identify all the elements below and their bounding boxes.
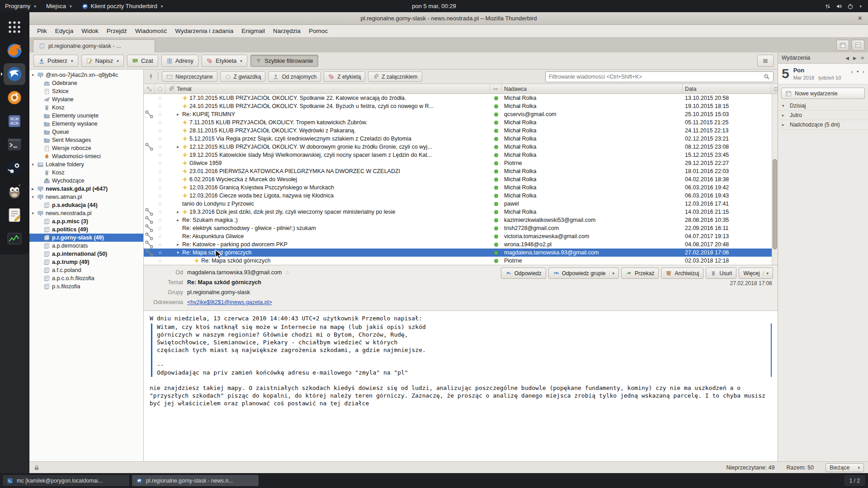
toolbar-button-etykieta[interactable]: Etykieta▾: [202, 55, 247, 67]
thread-column-header[interactable]: [144, 84, 155, 94]
expander-icon[interactable]: ▾: [30, 211, 35, 216]
message-row[interactable]: ☆17.10.2015 KLUB PRZYJACIÓŁ OKOLICY. Spo…: [144, 94, 778, 102]
message-row[interactable]: ☆▸19.3.2016 Dzik jest dziki, dzik jest z…: [144, 208, 778, 216]
dock-icon-terminal[interactable]: [4, 134, 25, 155]
star-icon[interactable]: ☆: [155, 112, 165, 117]
search-icon[interactable]: [764, 74, 770, 80]
folder-row[interactable]: a.p.c.o.h.filozofia: [29, 274, 143, 282]
read-column-header[interactable]: [490, 84, 502, 94]
unread-dot[interactable]: [494, 96, 498, 100]
dock-icon-thunderbird[interactable]: [4, 63, 25, 85]
menu-wydarzenia-i-zadania[interactable]: Wydarzenia i zadania: [171, 26, 237, 36]
star-icon[interactable]: ☆: [155, 250, 165, 256]
message-row[interactable]: ☆12.03.2016 Granicą Księstwa Pszczyńskie…: [144, 183, 778, 192]
message-row[interactable]: ☆19.12.2015 Katowickie ślady Misji Wielk…: [144, 151, 778, 159]
odpowiedz-grupie-button[interactable]: Odpowiedz grupie▾: [548, 267, 619, 279]
menu-przejd-[interactable]: Przejdź: [103, 26, 131, 36]
message-row[interactable]: ☆▸Re: Katowice - parking pod dworcem PKP…: [144, 240, 778, 249]
unread-dot[interactable]: [494, 161, 498, 165]
expander-icon[interactable]: ▸: [30, 187, 35, 191]
menu-pomoc[interactable]: Pomoc: [305, 26, 332, 36]
folder-row[interactable]: a.politics (49): [29, 225, 143, 234]
menu-widok[interactable]: Widok: [77, 26, 103, 36]
taskbar-window-tb[interactable]: pl.regionalne.gorny-slask - news.n...: [132, 474, 259, 487]
chevron-down-icon[interactable]: ▾: [609, 271, 615, 276]
folder-row[interactable]: a.p.trump (49): [29, 258, 143, 266]
thread-twisty[interactable]: ▾: [175, 250, 180, 255]
filter-messages-input[interactable]: [549, 74, 761, 80]
message-row[interactable]: ☆12.03.2016 Ciecze woda bez Ligota, nazy…: [144, 192, 778, 200]
folder-row[interactable]: ▾@xn-oo-7j4ac2n.xn--q9jyb4c: [29, 71, 143, 79]
star-icon[interactable]: ☆: [155, 217, 165, 223]
folder-row[interactable]: a.f.c.poland: [29, 266, 143, 274]
dock-icon-shotwell[interactable]: [4, 87, 25, 108]
message-row[interactable]: ☆Re: Akupunktura Gliwicevictoria.tomasze…: [144, 232, 778, 240]
message-row[interactable]: ☆▸Re: Szukam magika ;)kazimierzkwiatkows…: [144, 216, 778, 224]
unread-dot[interactable]: [494, 194, 498, 198]
unread-dot[interactable]: [494, 137, 498, 141]
folder-row[interactable]: Queue: [29, 128, 143, 136]
folder-row[interactable]: a.p.p.misc (3): [29, 217, 143, 225]
folder-row[interactable]: Wersje robocze: [29, 144, 143, 152]
folder-row[interactable]: Elementy usunięte: [29, 112, 143, 120]
calendar-tab-button[interactable]: [836, 40, 849, 51]
menu-narz-dzia[interactable]: Narzędzia: [269, 26, 305, 36]
reference-link[interactable]: <hv2jke$9t2$1@inews.gazeta.pl>: [187, 299, 272, 305]
workspace-switcher[interactable]: 1 / 2: [844, 474, 866, 487]
thread-twisty[interactable]: ▸: [175, 218, 180, 222]
thread-twisty[interactable]: ▸: [175, 112, 180, 117]
star-icon[interactable]: ☆: [155, 258, 165, 264]
quick-filter-z-etykieta[interactable]: Z etykietą: [324, 71, 365, 82]
quick-filter-nieprzeczytane[interactable]: Nieprzeczytane: [162, 71, 217, 82]
folder-row[interactable]: Kosz: [29, 169, 143, 177]
folder-row[interactable]: Odebrane: [29, 79, 143, 87]
toolbar-button-szybkie-filtrowanie[interactable]: Szybkie filtrowanie: [250, 55, 318, 67]
message-row[interactable]: ☆24.10.2015 KLUB PRZYJACIÓŁ OKOLICY. Spo…: [144, 102, 778, 110]
close-today-pane-button[interactable]: ✕: [861, 56, 864, 61]
unread-dot[interactable]: [494, 104, 498, 108]
message-row[interactable]: ☆23.01.2016 PIERWSZA KATOWICKA PIELGRZYM…: [144, 167, 778, 175]
star-icon[interactable]: ☆: [155, 144, 165, 150]
column-picker-button[interactable]: [771, 84, 778, 94]
places-menu[interactable]: Miejsca▾: [41, 0, 77, 12]
folder-row[interactable]: ▾news.atman.pl: [29, 193, 143, 201]
today-section-dzisiaj[interactable]: ▾Dzisiaj: [778, 101, 868, 111]
dock-icon-text-editor[interactable]: [4, 204, 25, 226]
message-row[interactable]: ☆Re: elektryk samochodowy - gliwice - pi…: [144, 224, 778, 232]
window-titlebar[interactable]: pl.regionalne.gorny-slask - news.neostra…: [29, 12, 868, 25]
applications-menu[interactable]: Programy▾: [0, 0, 41, 12]
expander-icon[interactable]: ▾: [30, 195, 35, 199]
active-app-menu[interactable]: Klient poczty Thunderbird▾: [77, 0, 168, 12]
folder-row[interactable]: Szkice: [29, 87, 143, 95]
menu-plik[interactable]: Plik: [33, 26, 51, 36]
message-row[interactable]: ☆7.11.2015 KLUB PRZYJACIÓŁ OKOLICY. Trop…: [144, 118, 778, 127]
chevron-down-icon[interactable]: ▾: [117, 59, 119, 63]
star-icon[interactable]: ☆: [155, 209, 165, 215]
tasks-tab-button[interactable]: [852, 40, 864, 51]
thread-twisty[interactable]: ▸: [175, 210, 180, 214]
folder-row[interactable]: Wiadomości-śmieci: [29, 152, 143, 160]
star-icon[interactable]: ☆: [155, 234, 165, 239]
message-row[interactable]: ☆6.02.2016 Wycieczka z Murcek do Wesołej…: [144, 175, 778, 183]
message-row[interactable]: ☆▸12.12.2015 KLUB PRZYJACIÓŁ OKOLICY. W …: [144, 143, 778, 151]
star-icon[interactable]: ☆: [155, 242, 165, 248]
folder-row[interactable]: Elementy wysłane: [29, 120, 143, 128]
next-day-button[interactable]: ▶: [853, 56, 857, 61]
star-icon[interactable]: ☆: [155, 136, 165, 142]
unread-dot[interactable]: [494, 145, 498, 149]
system-tray[interactable]: ▾: [818, 3, 868, 9]
toolbar-button-pobierz[interactable]: Pobierz▾: [33, 55, 78, 67]
unread-dot[interactable]: [494, 251, 498, 255]
star-icon[interactable]: ☆: [155, 128, 165, 134]
message-row[interactable]: ☆Re: Mapa szkód górniczychPiotrne02.03.2…: [144, 257, 778, 265]
star-icon[interactable]: ☆: [155, 193, 165, 199]
star-icon[interactable]: ☆: [155, 201, 165, 207]
unread-dot[interactable]: [494, 210, 498, 214]
unread-dot[interactable]: [494, 121, 498, 125]
expander-icon[interactable]: ▾: [782, 103, 787, 108]
unread-dot[interactable]: [494, 226, 498, 230]
unread-dot[interactable]: [494, 153, 498, 157]
thread-twisty[interactable]: ▸: [175, 242, 180, 247]
today-button[interactable]: •: [857, 68, 859, 75]
dock-icon-steam[interactable]: [4, 157, 25, 179]
